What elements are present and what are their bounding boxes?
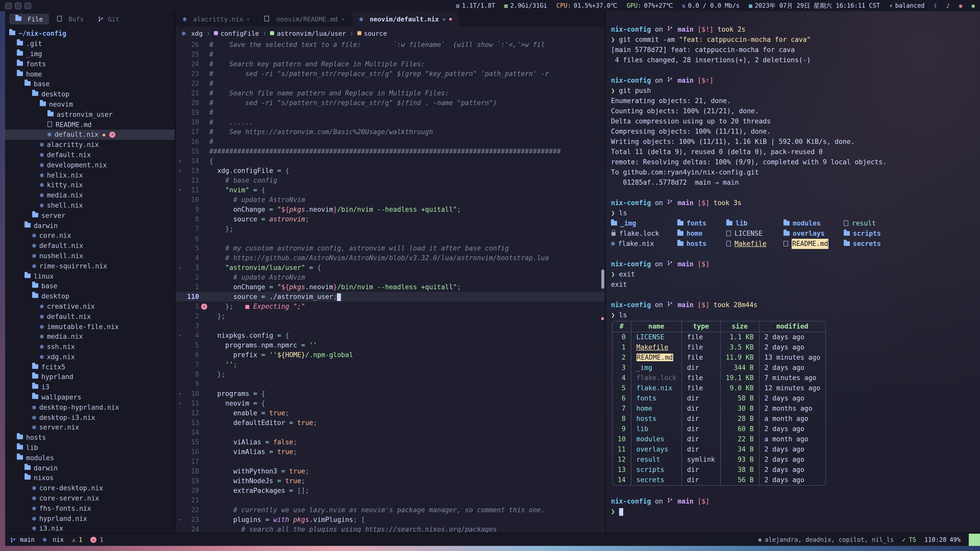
code-line[interactable]: 25# — [176, 49, 605, 59]
close-icon[interactable]: ✕ — [442, 16, 445, 22]
fold-chevron-icon[interactable]: ▾ — [176, 156, 184, 166]
tree-item[interactable]: ❄core-desktop.nix — [5, 483, 175, 493]
tree-item[interactable]: desktop — [5, 291, 175, 301]
editor-scrollbar-thumb[interactable] — [601, 269, 605, 289]
code-line[interactable]: 5 programs.npm.npmrc = '' — [176, 340, 605, 350]
code-line[interactable]: 15######################################… — [176, 146, 605, 156]
editor-tab[interactable]: ❄alacritty.nix✕ — [176, 11, 258, 27]
code-line[interactable]: 14 — [176, 427, 605, 437]
code-line[interactable]: 18 withPython3 = true; — [176, 466, 605, 476]
tree-item[interactable]: ❄server.nix — [5, 422, 175, 433]
code-line[interactable]: 19 withNodeJs = true; — [176, 476, 605, 486]
code-line[interactable]: 4 # https://github.com/AstroNvim/AstroNv… — [176, 253, 605, 263]
tree-item[interactable]: ❄desktop-hyprland.nix — [5, 402, 175, 413]
tree-item[interactable]: fcitx5 — [5, 362, 175, 372]
code-line[interactable]: 2 }; — [176, 311, 605, 321]
tree-item[interactable]: i3 — [5, 382, 175, 392]
tree-item[interactable]: lib — [5, 443, 175, 453]
code-line[interactable]: 9 onChange = "${pkgs.neovim}/bin/nvim --… — [176, 205, 605, 214]
tree-item[interactable]: ❄development.nix — [5, 160, 175, 170]
tree-item[interactable]: wallpapers — [5, 392, 175, 402]
editor-tab[interactable]: neovim/README.md✕ — [258, 11, 352, 27]
code-line[interactable]: 12 # base config — [176, 176, 605, 185]
code-line[interactable]: 17# See https://astronvim.com/Basic%20Us… — [176, 127, 605, 137]
fold-chevron-icon[interactable]: ▾ — [176, 166, 184, 176]
tray-icon[interactable] — [24, 2, 31, 9]
editor-tab[interactable]: ❄neovim/default.nix✕● — [352, 11, 460, 27]
volume-icon[interactable]: ♪ — [946, 2, 950, 9]
code-line[interactable]: ▾11 "nvim" = { — [176, 185, 605, 195]
code-line[interactable]: 8 source = astronvim; — [176, 214, 605, 224]
tree-item[interactable]: ❄alacritty.nix — [5, 140, 175, 150]
tree-item[interactable]: ❄default.nix — [5, 241, 175, 251]
tree-item[interactable]: ~/nix-config — [5, 29, 175, 39]
code-line[interactable]: 22 # currently we use lazy.nvim as neovi… — [176, 505, 605, 515]
tree-item[interactable]: darwin — [5, 221, 175, 230]
tree-item[interactable]: ❄creative.nix — [5, 301, 175, 311]
tree-item[interactable]: README.md — [5, 119, 175, 130]
close-icon[interactable]: ✕ — [247, 16, 250, 22]
tree-item[interactable]: nixos — [5, 473, 175, 483]
tree-item[interactable]: ❄core-server.nix — [5, 493, 175, 503]
notification-icon[interactable]: ◉ — [959, 2, 963, 9]
code-line[interactable]: ▾3 "astronvim/lua/user" = { — [176, 263, 605, 272]
breadcrumb-segment[interactable]: ❄xdg — [182, 29, 203, 37]
tree-item[interactable]: _img — [5, 49, 175, 59]
tree-tab-file[interactable]: File — [9, 14, 49, 24]
power-icon[interactable]: ◉ — [972, 2, 975, 9]
tree-tab-bufs[interactable]: Bufs — [51, 14, 90, 24]
tree-item[interactable]: darwin — [5, 463, 175, 473]
code-line[interactable]: 9 — [176, 379, 605, 389]
code-line[interactable]: 16# — [176, 137, 605, 146]
code-line[interactable]: 13 defaultEditor = true; — [176, 418, 605, 427]
code-line[interactable]: ▾13 xdg.configFile = { — [176, 166, 605, 176]
breadcrumb-segment[interactable]: astronvim/lua/user — [270, 29, 346, 37]
tray-icon[interactable] — [15, 2, 21, 9]
tree-item[interactable]: ❄rime-squirrel.nix — [5, 261, 175, 271]
tree-item[interactable]: astronvim_user — [5, 110, 175, 120]
code-line[interactable]: 1 onChange = "${pkgs.neovim}/bin/nvim --… — [176, 282, 605, 292]
bluetooth-icon[interactable]: ᛒ — [934, 2, 937, 9]
tree-item[interactable]: ❄shell.nix — [5, 200, 175, 210]
tree-item[interactable]: ❄media.nix — [5, 332, 175, 342]
tree-item[interactable]: .git — [5, 39, 175, 49]
tree-item[interactable]: ❄helix.nix — [5, 170, 175, 180]
code-line[interactable]: 6 — [176, 233, 605, 243]
tree-item[interactable]: hosts — [5, 433, 175, 443]
code-line[interactable]: 21 — [176, 495, 605, 505]
close-icon[interactable]: ✕ — [342, 16, 345, 22]
tree-item[interactable]: ❄ssh.nix — [5, 341, 175, 352]
code-line[interactable]: 18# ...... — [176, 118, 605, 127]
tree-item[interactable]: ❄default.nix — [5, 150, 175, 160]
code-line[interactable]: 7 }; — [176, 224, 605, 233]
code-line[interactable]: 17 — [176, 457, 605, 466]
tree-item[interactable]: hyprland — [5, 372, 175, 382]
tree-item[interactable]: ❄default.nix●✕ — [5, 130, 175, 140]
tree-tab-git[interactable]: Git — [92, 14, 125, 24]
tree-item[interactable]: ❄immutable-file.nix — [5, 321, 175, 332]
code-line[interactable]: 5 # my cusotom astronvim config, astronv… — [176, 243, 605, 253]
code-line[interactable]: ▾23 plugins = with pkgs.vimPlugins; [ — [176, 515, 605, 524]
fold-chevron-icon[interactable]: ▾ — [176, 185, 184, 195]
tree-item[interactable]: ❄i3.nix — [5, 524, 175, 533]
tray-icon[interactable] — [5, 2, 12, 9]
tree-item[interactable]: modules — [5, 453, 175, 463]
fold-chevron-icon[interactable]: ▾ — [176, 515, 184, 524]
code-line[interactable]: 12 enable = true; — [176, 408, 605, 418]
tree-item[interactable]: fonts — [5, 59, 175, 69]
tree-item[interactable]: ❄default.nix — [5, 311, 175, 322]
tree-item[interactable]: home — [5, 69, 175, 79]
code-area[interactable]: 26# Save the selected text to a file: `:… — [176, 40, 605, 533]
tree-item[interactable]: linux — [5, 271, 175, 281]
code-line[interactable]: 24 # search all the plugins using https:… — [176, 524, 605, 533]
code-line[interactable]: 6 prefix = ''${HOME}/.npm-global — [176, 350, 605, 360]
code-line[interactable]: ▾11 neovim = { — [176, 399, 605, 408]
fold-chevron-icon[interactable]: ▾ — [176, 399, 184, 408]
tree-item[interactable]: base — [5, 281, 175, 291]
code-line[interactable]: 10 # update AstroNvim — [176, 195, 605, 205]
tree-item[interactable]: ❄xdg.nix — [5, 352, 175, 362]
breadcrumb-segment[interactable]: configFile — [214, 29, 259, 37]
code-line[interactable]: 7 ''; — [176, 360, 605, 369]
code-line[interactable]: 20 extraPackages = []; — [176, 486, 605, 495]
code-line[interactable]: 110 source = ./astronvim_user; — [176, 292, 605, 302]
